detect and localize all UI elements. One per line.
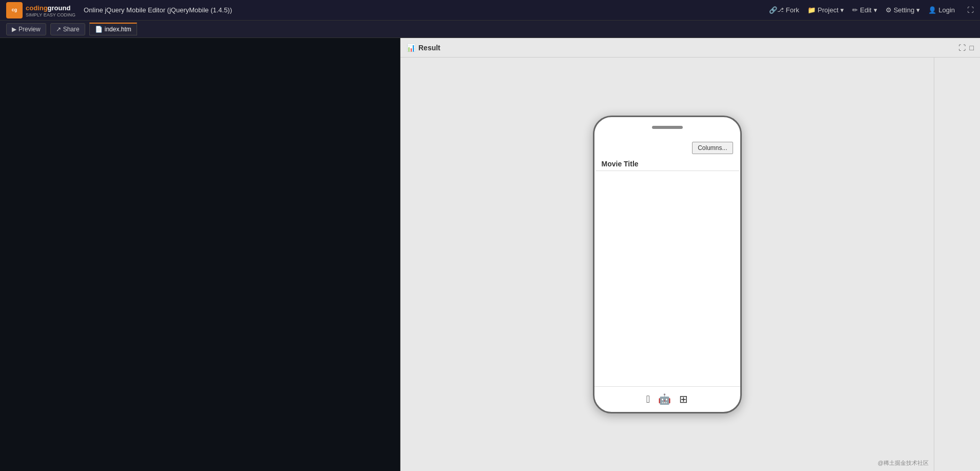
main: 📊 Result ⛶ □ Columns... [0,38,980,471]
code-editor[interactable] [0,38,400,471]
apple-icon:  [646,393,650,405]
chart-icon: 📊 [407,44,415,52]
scatter-area [595,171,739,217]
android-icon: 🤖 [658,393,671,405]
movie-table-header: Movie Title [595,156,739,171]
fork-action[interactable]: ⎇ Fork [777,6,799,14]
logo-sub: SIMPLY EASY CODING [26,12,75,17]
external-link-icon[interactable]: 🔗 [769,6,777,14]
phone-screen-inner[interactable]: Columns... Movie Title [595,138,739,386]
share-button[interactable]: ↗ Share [50,23,85,35]
play-icon: ▶ [12,26,16,33]
columns-button[interactable]: Columns... [692,142,733,154]
edit-action[interactable]: ✏ Edit ▾ [852,6,877,14]
phone-bottom:  🤖 ⊞ [594,386,740,412]
top-actions: ⎇ Fork 📁 Project ▾ ✏ Edit ▾ ⚙ Setting ▾ … [777,6,974,14]
movie-table-header-text: Movie Title [602,160,639,168]
logo-icon: cg [6,2,23,18]
phone-speaker [652,126,683,129]
topbar: cg codingground SIMPLY EASY CODING Onlin… [0,0,980,21]
file-icon: 📄 [95,26,103,33]
device-sidebar [934,58,980,471]
result-panel: 📊 Result ⛶ □ Columns... [400,38,980,471]
phone-top [594,117,740,138]
login-action[interactable]: 👤 Login [928,6,955,14]
secondbar: ▶ Preview ↗ Share 📄 index.htm [0,21,980,38]
app-title: Online jQuery Mobile Editor (jQueryMobil… [84,6,766,14]
phone-area: Columns... Movie Title  🤖 ⊞ [400,58,934,471]
windows-icon: ⊞ [679,393,688,405]
file-tab[interactable]: 📄 index.htm [89,23,137,35]
preview-button[interactable]: ▶ Preview [6,23,46,35]
result-main: Columns... Movie Title  🤖 ⊞ [400,58,980,471]
project-action[interactable]: 📁 Project ▾ [808,6,844,14]
logo-name-2: ground [48,4,71,12]
result-title: Result [418,44,440,52]
share-icon: ↗ [56,26,61,33]
watermark: @稀土掘金技术社区 [878,459,929,467]
phone-screen: Columns... Movie Title [595,138,739,386]
columns-btn-row: Columns... [595,138,739,156]
phone-frame: Columns... Movie Title  🤖 ⊞ [593,116,742,413]
expand2-icon[interactable]: □ [970,44,974,52]
setting-action[interactable]: ⚙ Setting ▾ [886,6,920,14]
fullscreen-icon[interactable]: ⛶ [967,6,974,14]
result-header: 📊 Result ⛶ □ [400,38,980,58]
logo-area: cg codingground SIMPLY EASY CODING [6,2,75,18]
expand-icon[interactable]: ⛶ [958,44,966,52]
logo-name-1: coding [26,4,48,12]
